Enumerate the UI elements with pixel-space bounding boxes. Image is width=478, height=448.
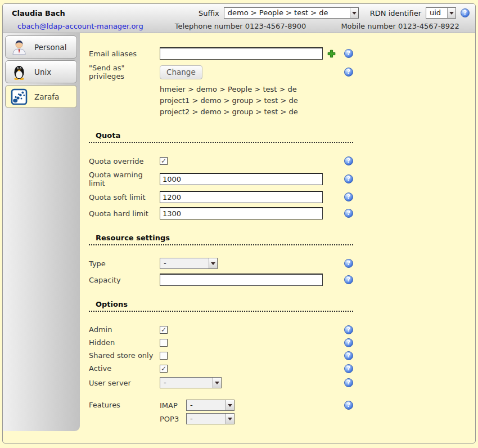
- help-icon[interactable]: ?: [344, 378, 353, 387]
- imap-feature-line: IMAP -: [160, 400, 235, 411]
- help-icon[interactable]: ?: [344, 209, 353, 218]
- mobile-number: Mobile number 0123-4567-8922: [341, 22, 459, 30]
- module-tab-sidebar: Personal Unix: [3, 33, 80, 431]
- capacity-input[interactable]: [160, 274, 323, 286]
- imap-select[interactable]: -: [186, 400, 235, 411]
- quota-hard-input[interactable]: [160, 207, 323, 219]
- quota-hard-row: Quota hard limit ?: [89, 207, 353, 220]
- type-select[interactable]: -: [160, 258, 218, 269]
- help-icon[interactable]: ?: [344, 351, 353, 360]
- features-row: Features IMAP - POP3 -: [89, 400, 353, 424]
- help-icon[interactable]: ?: [344, 364, 353, 373]
- telephone-number: Telephone number 0123-4567-8900: [175, 22, 306, 30]
- help-icon[interactable]: ?: [461, 8, 470, 17]
- email-aliases-input[interactable]: [160, 47, 323, 60]
- user-server-select[interactable]: -: [160, 377, 222, 388]
- quota-soft-input[interactable]: [160, 191, 323, 203]
- quota-warning-input[interactable]: [160, 173, 323, 185]
- user-server-label: User server: [89, 379, 160, 387]
- change-button[interactable]: Change: [160, 65, 202, 79]
- active-label: Active: [89, 364, 160, 373]
- chevron-down-icon: [213, 378, 221, 388]
- quota-soft-row: Quota soft limit ?: [89, 190, 353, 204]
- zarafa-mosaic-icon: [11, 88, 28, 105]
- pop3-select-value: -: [187, 414, 226, 424]
- admin-row: Admin ✓ ?: [89, 323, 353, 336]
- suffix-label: Suffix: [199, 9, 219, 17]
- tab-unix[interactable]: Unix: [5, 60, 77, 83]
- suffix-select[interactable]: demo > People > test > de: [224, 7, 359, 19]
- send-as-entries: hmeier > demo > People > test > de proje…: [160, 84, 353, 118]
- quota-override-label: Quota override: [89, 157, 160, 165]
- help-icon[interactable]: ?: [344, 49, 353, 58]
- rdn-identifier-label: RDN identifier: [370, 9, 421, 17]
- pop3-select[interactable]: -: [186, 413, 235, 424]
- shared-store-only-row: Shared store only ?: [89, 349, 353, 362]
- chevron-down-icon: [226, 414, 234, 424]
- chevron-down-icon: [447, 8, 456, 18]
- imap-select-value: -: [187, 400, 226, 410]
- tab-zarafa[interactable]: Zarafa: [5, 85, 77, 108]
- account-name: Claudia Bach: [12, 9, 65, 17]
- shared-store-only-label: Shared store only: [89, 351, 160, 360]
- quota-override-row: Quota override ✓ ?: [89, 154, 353, 168]
- help-icon[interactable]: ?: [344, 259, 353, 268]
- type-label: Type: [89, 259, 160, 268]
- pop3-label: POP3: [160, 415, 182, 423]
- suffix-select-value: demo > People > test > de: [224, 8, 350, 18]
- help-icon[interactable]: ?: [344, 401, 353, 410]
- pop3-feature-line: POP3 -: [160, 413, 235, 424]
- penguin-icon: [11, 64, 28, 80]
- add-icon[interactable]: [327, 50, 336, 58]
- account-header: Claudia Bach Suffix demo > People > test…: [3, 4, 475, 33]
- tab-label: Personal: [34, 43, 66, 52]
- hidden-row: Hidden ?: [89, 336, 353, 349]
- section-title-options: Options: [89, 300, 353, 312]
- quota-warning-label: Quota warning limit: [89, 171, 160, 187]
- help-icon[interactable]: ?: [344, 68, 353, 77]
- hidden-checkbox[interactable]: [160, 339, 168, 347]
- help-icon[interactable]: ?: [344, 156, 353, 165]
- lam-account-window: Claudia Bach Suffix demo > People > test…: [2, 3, 476, 443]
- type-select-value: -: [160, 258, 209, 268]
- send-as-entry: hmeier > demo > People > test > de: [160, 84, 353, 95]
- admin-checkbox[interactable]: ✓: [160, 326, 168, 334]
- chevron-down-icon: [350, 8, 358, 18]
- active-row: Active ✓ ?: [89, 362, 353, 375]
- help-icon[interactable]: ?: [344, 192, 353, 201]
- send-as-entry: project2 > demo > group > test > de: [160, 106, 353, 118]
- email-aliases-row: Email aliases ?: [89, 47, 353, 60]
- chevron-down-icon: [226, 400, 234, 410]
- features-label: Features: [89, 400, 160, 409]
- chevron-down-icon: [209, 258, 217, 268]
- tab-label: Unix: [34, 68, 51, 77]
- type-row: Type - ?: [89, 257, 353, 270]
- user-server-row: User server - ?: [89, 376, 353, 389]
- user-server-select-value: -: [160, 378, 213, 388]
- email-link[interactable]: cbach@ldap-account-manager.org: [17, 22, 143, 30]
- capacity-row: Capacity ?: [89, 273, 353, 286]
- active-checkbox[interactable]: ✓: [160, 365, 168, 373]
- zarafa-panel: Email aliases ? "Send as" privileges: [80, 33, 475, 443]
- hidden-label: Hidden: [89, 338, 160, 347]
- send-as-label: "Send as" privileges: [89, 64, 160, 80]
- person-icon: [11, 39, 28, 56]
- quota-warning-row: Quota warning limit ?: [89, 171, 353, 187]
- admin-label: Admin: [89, 325, 160, 334]
- send-as-entry: project1 > demo > group > test > de: [160, 95, 353, 106]
- rdn-identifier-select[interactable]: uid: [426, 7, 456, 19]
- help-icon[interactable]: ?: [344, 275, 353, 284]
- help-icon[interactable]: ?: [344, 325, 353, 334]
- imap-label: IMAP: [160, 401, 182, 410]
- section-title-resource-settings: Resource settings: [89, 234, 353, 245]
- quota-override-checkbox[interactable]: ✓: [160, 157, 168, 165]
- email-aliases-label: Email aliases: [89, 50, 160, 58]
- quota-hard-label: Quota hard limit: [89, 209, 160, 218]
- tab-personal[interactable]: Personal: [5, 35, 77, 59]
- send-as-row: "Send as" privileges Change ?: [89, 64, 353, 80]
- capacity-label: Capacity: [89, 276, 160, 284]
- tab-label: Zarafa: [34, 92, 59, 101]
- shared-store-only-checkbox[interactable]: [160, 352, 168, 360]
- help-icon[interactable]: ?: [344, 338, 353, 347]
- help-icon[interactable]: ?: [344, 174, 353, 183]
